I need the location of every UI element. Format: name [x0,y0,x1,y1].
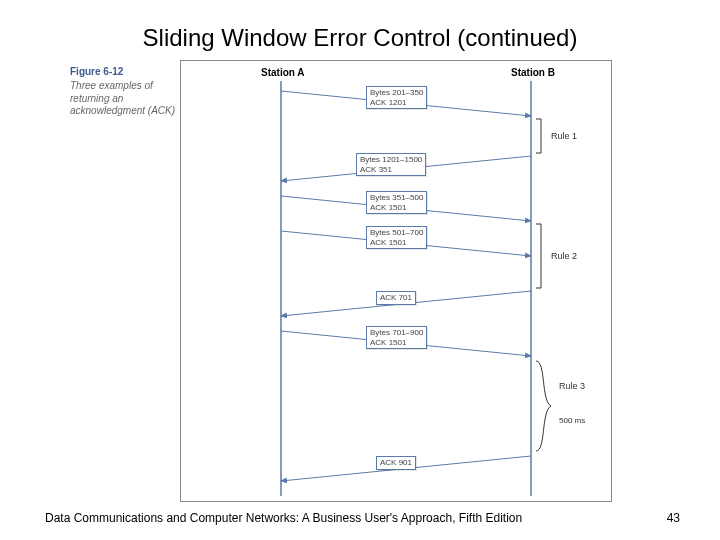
msg-6-bytes: Bytes 701–900 [370,328,423,338]
msg-1: Bytes 201–350 ACK 1201 [366,86,427,109]
timeout-label: 500 ms [559,416,585,425]
msg-7: ACK 901 [376,456,416,470]
msg-1-bytes: Bytes 201–350 [370,88,423,98]
rule-3-label: Rule 3 [559,381,585,391]
msg-3: Bytes 351–500 ACK 1501 [366,191,427,214]
msg-6: Bytes 701–900 ACK 1501 [366,326,427,349]
msg-4-ack: ACK 1501 [370,238,423,248]
msg-5-ack: ACK 701 [380,293,412,303]
diagram-svg [181,61,611,501]
page-number: 43 [667,511,680,525]
msg-2-ack: ACK 351 [360,165,422,175]
rule-1-label: Rule 1 [551,131,577,141]
msg-2-bytes: Bytes 1201–1500 [360,155,422,165]
msg-1-ack: ACK 1201 [370,98,423,108]
msg-7-ack: ACK 901 [380,458,412,468]
figure-caption: Three examples of returning an acknowled… [70,80,180,118]
msg-4-bytes: Bytes 501–700 [370,228,423,238]
msg-5: ACK 701 [376,291,416,305]
msg-3-bytes: Bytes 351–500 [370,193,423,203]
sequence-diagram: Station A Station B Bytes [180,60,612,502]
rule-2-label: Rule 2 [551,251,577,261]
msg-2: Bytes 1201–1500 ACK 351 [356,153,426,176]
msg-3-ack: ACK 1501 [370,203,423,213]
slide-title: Sliding Window Error Control (continued) [0,24,720,52]
slide-footer: Data Communications and Computer Network… [45,511,522,525]
figure-label: Figure 6-12 [70,66,123,77]
msg-6-ack: ACK 1501 [370,338,423,348]
msg-4: Bytes 501–700 ACK 1501 [366,226,427,249]
